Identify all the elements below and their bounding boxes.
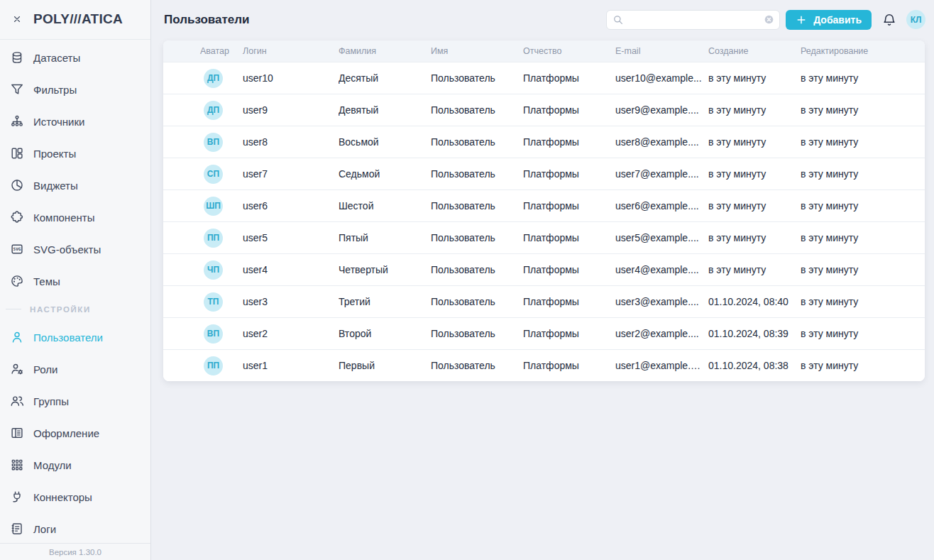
current-user-avatar[interactable]: КЛ: [906, 10, 925, 29]
table-row[interactable]: ВПuser2ВторойПользовательПлатформыuser2@…: [163, 317, 925, 349]
cell-first_name: Пользователь: [431, 72, 523, 84]
cell-login: user10: [243, 72, 339, 84]
sidebar-item-label: Фильтры: [33, 84, 77, 96]
cell-last_name: Четвертый: [339, 264, 431, 275]
sidebar-item-groups[interactable]: Группы: [0, 385, 150, 417]
cell-login: user7: [243, 168, 339, 180]
sidebar-item-filters[interactable]: Фильтры: [0, 74, 150, 106]
table-row[interactable]: ШПuser6ШестойПользовательПлатформыuser6@…: [163, 190, 925, 221]
sidebar-header: POLY///ATICA: [0, 0, 150, 40]
sidebar-item-sources[interactable]: Источники: [0, 106, 150, 138]
cell-email: user6@example....: [615, 200, 708, 212]
sidebar: POLY///ATICA ДатасетыФильтрыИсточникиПро…: [0, 0, 151, 560]
sidebar-item-connectors[interactable]: Коннекторы: [0, 481, 150, 513]
cell-middle_name: Платформы: [523, 104, 615, 116]
app-logo: POLY///ATICA: [33, 11, 123, 27]
datasets-icon: [10, 50, 24, 65]
cell-created: в эту минуту: [708, 264, 801, 275]
table-row[interactable]: ППuser1ПервыйПользовательПлатформыuser1@…: [163, 349, 925, 381]
sidebar-item-label: SVG-объекты: [33, 243, 101, 256]
sidebar-item-svg-objects[interactable]: SVGSVG-объекты: [0, 234, 150, 265]
cell-edited: в эту минуту: [801, 72, 925, 84]
cell-login: user4: [243, 264, 339, 275]
connectors-icon: [10, 490, 24, 504]
sidebar-item-datasets[interactable]: Датасеты: [0, 42, 150, 74]
topbar: Пользователи Добавить КЛ: [151, 0, 934, 39]
svg-text:SVG: SVG: [13, 247, 21, 252]
cell-middle_name: Платформы: [523, 72, 615, 84]
cell-edited: в эту минуту: [801, 328, 925, 339]
version-label: Версия 1.30.0: [49, 548, 101, 556]
cell-last_name: Третий: [339, 296, 431, 307]
row-avatar: ДП: [204, 69, 223, 88]
sidebar-item-label: Проекты: [33, 148, 76, 160]
cell-edited: в эту минуту: [801, 136, 925, 148]
cell-avatar: ТП: [163, 292, 243, 312]
add-user-button[interactable]: Добавить: [786, 10, 872, 30]
cell-email: user2@example....: [615, 328, 708, 339]
cell-email: user4@example....: [615, 264, 708, 275]
sidebar-item-logs[interactable]: Логи: [0, 513, 150, 543]
cell-email: user5@example....: [615, 232, 708, 243]
sidebar-item-label: Виджеты: [33, 180, 78, 192]
sidebar-item-modules[interactable]: Модули: [0, 449, 150, 481]
sidebar-item-components[interactable]: Компоненты: [0, 202, 150, 234]
sources-icon: [10, 114, 24, 128]
users-icon: [10, 330, 24, 344]
cell-edited: в эту минуту: [801, 360, 925, 371]
cell-edited: в эту минуту: [801, 232, 925, 243]
cell-first_name: Пользователь: [431, 232, 523, 243]
cell-first_name: Пользователь: [431, 264, 523, 275]
cell-avatar: СП: [163, 165, 243, 184]
app-root: { "colors": { "accent": "#26b6d8", "avat…: [0, 0, 934, 560]
cell-login: user9: [243, 104, 339, 116]
table-row[interactable]: ППuser5ПятыйПользовательПлатформыuser5@e…: [163, 221, 925, 253]
table-row[interactable]: ДПuser9ДевятыйПользовательПлатформыuser9…: [163, 94, 925, 126]
widgets-icon: [10, 178, 24, 192]
row-avatar: ВП: [204, 133, 223, 152]
cell-last_name: Десятый: [339, 72, 431, 84]
row-avatar: ТП: [204, 292, 223, 312]
cell-first_name: Пользователь: [431, 136, 523, 148]
row-avatar: ПП: [204, 356, 223, 375]
cell-middle_name: Платформы: [523, 296, 615, 307]
sidebar-item-themes[interactable]: Темы: [0, 265, 150, 297]
plus-icon: [796, 14, 807, 26]
sidebar-item-label: Пользователи: [33, 331, 103, 344]
cell-last_name: Девятый: [339, 104, 431, 116]
table-row[interactable]: ЧПuser4ЧетвертыйПользовательПлатформыuse…: [163, 253, 925, 285]
cell-last_name: Пятый: [339, 232, 431, 243]
cell-login: user6: [243, 200, 339, 212]
column-header-edited: Редактирование: [801, 46, 925, 56]
table-row[interactable]: ВПuser8ВосьмойПользовательПлатформыuser8…: [163, 126, 925, 158]
cell-login: user2: [243, 328, 339, 339]
sidebar-item-roles[interactable]: Роли: [0, 353, 150, 385]
sidebar-item-projects[interactable]: Проекты: [0, 138, 150, 170]
column-header-middle_name: Отчество: [523, 46, 615, 56]
close-icon[interactable]: [10, 12, 24, 26]
sidebar-item-appearance[interactable]: Оформление: [0, 417, 150, 449]
table-row[interactable]: ТПuser3ТретийПользовательПлатформыuser3@…: [163, 285, 925, 317]
cell-last_name: Восьмой: [339, 136, 431, 148]
cell-first_name: Пользователь: [431, 104, 523, 116]
table-row[interactable]: ДПuser10ДесятыйПользовательПлатформыuser…: [163, 62, 925, 94]
search-box: [606, 10, 780, 30]
modules-icon: [10, 458, 24, 472]
row-avatar: ВП: [204, 324, 223, 344]
search-input[interactable]: [628, 14, 759, 25]
sidebar-item-widgets[interactable]: Виджеты: [0, 170, 150, 202]
cell-last_name: Второй: [339, 328, 431, 339]
table-row[interactable]: СПuser7СедьмойПользовательПлатформыuser7…: [163, 158, 925, 190]
cell-last_name: Шестой: [339, 200, 431, 212]
sidebar-item-label: Оформление: [33, 427, 99, 439]
cell-created: в эту минуту: [708, 136, 801, 148]
sidebar-item-users[interactable]: Пользователи: [0, 322, 150, 353]
column-header-created: Создание: [708, 46, 801, 56]
clear-icon[interactable]: [764, 14, 774, 25]
column-header-email: E-mail: [615, 46, 708, 56]
table-header-row: АватарЛогинФамилияИмяОтчествоE-mailСозда…: [163, 40, 925, 62]
sidebar-item-label: Темы: [33, 275, 60, 287]
bell-icon[interactable]: [882, 13, 896, 27]
cell-middle_name: Платформы: [523, 200, 615, 212]
filter-icon: [10, 82, 24, 97]
